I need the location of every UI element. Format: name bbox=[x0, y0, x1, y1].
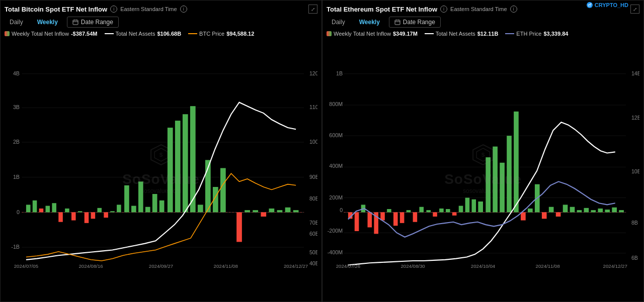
btc-weekly-inflow-value: -$387.54M bbox=[71, 31, 98, 37]
eth-bar-41 bbox=[619, 210, 624, 212]
eth-bar-26 bbox=[514, 112, 519, 213]
eth-y-left-600m: 600M bbox=[329, 132, 343, 138]
eth-bar-20 bbox=[471, 199, 476, 213]
eth-y-left-800m: 800M bbox=[329, 101, 343, 107]
eth-chart-panel: Total Ethereum Spot ETF Net Inflow i Eas… bbox=[322, 0, 644, 302]
btc-chart-svg: 4B 3B 2B 1B 0 -1B 120B 110B 100B 90B 80B… bbox=[5, 39, 317, 297]
eth-info-icon[interactable]: i bbox=[440, 6, 447, 13]
eth-x-label-1: 2024/07/26 bbox=[336, 263, 360, 269]
btc-price-value: $94,588.12 bbox=[226, 31, 254, 37]
btc-price-label: BTC Price bbox=[199, 31, 224, 37]
btc-bar-31 bbox=[245, 210, 250, 212]
btc-chart-panel: Total Bitcoin Spot ETF Net Inflow i East… bbox=[0, 0, 322, 302]
eth-price-label: ETH Price bbox=[516, 31, 541, 37]
btc-bar-36 bbox=[285, 208, 291, 213]
btc-info-icon[interactable]: i bbox=[110, 6, 117, 13]
eth-net-assets-label: Total Net Assets bbox=[436, 31, 475, 37]
eth-legend: Weekly Total Net Inflow $349.17M Total N… bbox=[327, 31, 639, 37]
btc-net-assets-line-chart bbox=[26, 103, 296, 260]
eth-bar-16 bbox=[446, 209, 450, 212]
eth-y-left-400m: 400M bbox=[329, 163, 343, 169]
eth-bar-25 bbox=[507, 136, 512, 212]
eth-weekly-inflow-value: $349.17M bbox=[393, 31, 418, 37]
eth-bar-18 bbox=[459, 206, 463, 213]
btc-bar-33 bbox=[261, 212, 266, 217]
btc-bar-18 bbox=[138, 181, 143, 212]
btc-y-left-1b: 1B bbox=[13, 174, 20, 180]
eth-bar-39 bbox=[605, 210, 610, 212]
btc-bar-5 bbox=[52, 203, 56, 212]
btc-bar-14 bbox=[110, 211, 115, 212]
eth-bar-24 bbox=[500, 163, 505, 213]
eth-bar-13 bbox=[426, 210, 431, 212]
btc-bar-29 bbox=[220, 168, 226, 213]
eth-bar-2 bbox=[355, 212, 359, 231]
btc-net-assets-label: Total Net Assets bbox=[116, 31, 155, 37]
eth-expand-button[interactable]: ⤢ bbox=[630, 5, 639, 14]
svg-rect-14 bbox=[395, 20, 400, 25]
eth-bar-21 bbox=[478, 202, 483, 212]
btc-bar-17 bbox=[131, 206, 136, 213]
btc-bar-34 bbox=[269, 209, 274, 213]
btc-date-range-button[interactable]: Date Range bbox=[67, 17, 119, 28]
eth-x-label-3: 2024/10/04 bbox=[471, 263, 496, 269]
btc-expand-button[interactable]: ⤢ bbox=[308, 5, 317, 14]
btc-x-label-1: 2024/07/05 bbox=[14, 263, 38, 269]
btc-tab-daily[interactable]: Daily bbox=[5, 17, 28, 27]
btc-y-left-4b: 4B bbox=[13, 70, 20, 76]
eth-bar-32 bbox=[556, 212, 561, 217]
eth-y-left-1b: 1B bbox=[336, 70, 343, 76]
eth-bar-28 bbox=[528, 209, 533, 213]
btc-header: Total Bitcoin Spot ETF Net Inflow i East… bbox=[5, 5, 317, 14]
eth-net-assets-value: $12.11B bbox=[477, 31, 499, 37]
btc-bar-21 bbox=[159, 200, 165, 213]
btc-bar-32 bbox=[253, 210, 258, 212]
eth-y-left-0: 0 bbox=[340, 207, 343, 213]
eth-bar-11 bbox=[413, 212, 418, 222]
btc-bar-26 bbox=[198, 205, 203, 212]
btc-tab-weekly[interactable]: Weekly bbox=[32, 17, 63, 27]
btc-y-left-neg1b: -1B bbox=[11, 244, 20, 250]
eth-date-range-button[interactable]: Date Range bbox=[389, 17, 441, 28]
eth-x-label-2: 2024/08/30 bbox=[400, 263, 425, 269]
eth-bar-12 bbox=[419, 207, 424, 213]
eth-bar-22 bbox=[486, 157, 491, 212]
eth-timezone-info-icon[interactable]: i bbox=[510, 6, 517, 13]
btc-bar-24 bbox=[183, 114, 188, 212]
eth-bar-38 bbox=[598, 209, 603, 213]
btc-bar-30 bbox=[236, 212, 242, 242]
eth-bar-36 bbox=[584, 208, 589, 213]
btc-y-right-90b: 90B bbox=[309, 174, 317, 180]
calendar-icon bbox=[72, 19, 78, 25]
btc-timezone-info-icon[interactable]: i bbox=[180, 6, 187, 13]
eth-y-left-neg400m: -400M bbox=[328, 249, 343, 255]
eth-bar-19 bbox=[465, 197, 470, 212]
btc-y-left-0: 0 bbox=[17, 209, 20, 215]
btc-net-assets-line bbox=[105, 33, 114, 34]
btc-inflow-dot bbox=[5, 31, 10, 36]
eth-bar-31 bbox=[549, 207, 554, 213]
btc-price-legend: BTC Price $94,588.12 bbox=[188, 31, 254, 37]
btc-y-right-100b: 100B bbox=[309, 139, 317, 145]
btc-net-assets-legend: Total Net Assets $106.68B bbox=[105, 31, 182, 37]
eth-weekly-inflow-label: Weekly Total Net Inflow bbox=[334, 31, 391, 37]
btc-bar-11 bbox=[91, 212, 96, 219]
eth-inflow-dot bbox=[327, 31, 332, 36]
eth-bar-33 bbox=[563, 205, 568, 212]
eth-bar-10 bbox=[407, 210, 411, 212]
btc-bar-37 bbox=[293, 210, 299, 212]
btc-y-right-80b: 80B bbox=[309, 195, 317, 202]
eth-net-assets-legend: Total Net Assets $12.11B bbox=[425, 31, 498, 37]
eth-tab-daily[interactable]: Daily bbox=[327, 17, 350, 27]
btc-bar-19 bbox=[145, 207, 150, 213]
eth-bar-30 bbox=[542, 212, 547, 219]
btc-bar-13 bbox=[104, 212, 108, 218]
eth-tab-weekly[interactable]: Weekly bbox=[354, 17, 385, 27]
crypto-hd-logo: CRYPTO_HD bbox=[586, 2, 628, 9]
btc-bar-20 bbox=[152, 194, 157, 212]
btc-bar-7 bbox=[65, 209, 69, 213]
btc-y-right-70b: 70B bbox=[309, 220, 317, 226]
btc-y-right-60b: 60B bbox=[309, 231, 317, 237]
eth-price-line bbox=[505, 33, 514, 34]
btc-y-left-3b: 3B bbox=[13, 104, 20, 110]
